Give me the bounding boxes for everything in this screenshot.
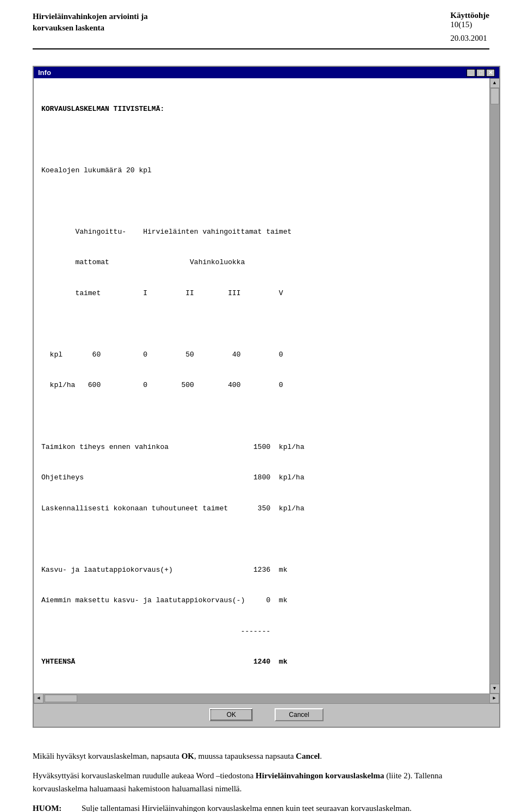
scroll-up-button[interactable]: ▲	[490, 78, 500, 88]
body-text: Mikäli hyväksyt korvauslaskelman, napsau…	[33, 749, 489, 812]
content-blank-2	[41, 196, 482, 207]
header-page-number: 10(15)	[450, 20, 489, 29]
para-hyvaksyttyasi: Hyväksyttyäsi korvauslaskelman ruudulle …	[33, 769, 489, 795]
page-header: Hirvieläinvahinkojen arviointi ja korvau…	[33, 11, 489, 49]
content-table-header3: taimet I II III V	[41, 289, 482, 299]
header-title-line1: Hirvieläinvahinkojen arviointi ja	[33, 12, 148, 21]
para1-text: Mikäli hyväksyt korvauslaskelman, napsau…	[33, 752, 322, 760]
content-tiheys: Taimikon tiheys ennen vahinkoa 1500 kpl/…	[41, 442, 482, 453]
header-date: 20.03.2001	[450, 34, 489, 43]
header-doc-title: Käyttöohje	[450, 11, 489, 20]
dialog-text: KORVAUSLASKELMAN TIIVISTELMÄ: Koealojen …	[41, 84, 482, 688]
content-blank-5	[41, 534, 482, 545]
scroll-track	[490, 88, 499, 684]
titlebar-buttons: _ □ ✕	[467, 69, 495, 77]
content-ohjetiheys: Ohjetiheys 1800 kpl/ha	[41, 473, 482, 483]
huom1-label: HUOM:	[33, 802, 71, 812]
vertical-scrollbar[interactable]: ▲ ▼	[489, 78, 499, 694]
horizontal-scrollbar[interactable]: ◄ ►	[34, 694, 499, 703]
content-line-koealojen: Koealojen lukumäärä 20 kpl	[41, 166, 482, 176]
content-row-kplha: kpl/ha 600 0 500 400 0	[41, 380, 482, 391]
dialog-title: Info	[38, 68, 51, 77]
scroll-left-button[interactable]: ◄	[34, 694, 44, 703]
scroll-down-button[interactable]: ▼	[490, 684, 500, 694]
content-aiemmin: Aiemmin maksettu kasvu- ja laatutappioko…	[41, 596, 482, 606]
para-ok-cancel: Mikäli hyväksyt korvauslaskelman, napsau…	[33, 749, 489, 763]
content-laskennallisesti: Laskennallisesti kokonaan tuhoutuneet ta…	[41, 504, 482, 514]
content-table-header2: mattomat Vahinkoluokka	[41, 258, 482, 268]
close-button[interactable]: ✕	[486, 69, 495, 77]
content-kasvu: Kasvu- ja laatutappiokorvaus(+) 1236 mk	[41, 565, 482, 576]
huom1-row: HUOM: Sulje tallentamasi Hirvieläinvahin…	[33, 802, 489, 812]
content-blank-3	[41, 319, 482, 329]
scroll-h-track	[44, 694, 489, 703]
para2-prefix: Hyväksyttyäsi korvauslaskelman ruudulle …	[33, 771, 256, 780]
content-blank-1	[41, 135, 482, 145]
content-row-kpl: kpl 60 0 50 40 0	[41, 350, 482, 360]
minimize-button[interactable]: _	[467, 69, 475, 77]
cancel-button[interactable]: Cancel	[275, 708, 323, 721]
scroll-right-button[interactable]: ►	[489, 694, 499, 703]
maximize-button[interactable]: □	[476, 69, 485, 77]
header-title-line2: korvauksen laskenta	[33, 23, 104, 32]
ok-button[interactable]: OK	[209, 708, 253, 721]
content-line-1: KORVAUSLASKELMAN TIIVISTELMÄ:	[41, 104, 482, 115]
scroll-thumb[interactable]	[490, 88, 499, 104]
content-separator: -------	[41, 627, 482, 637]
header-left: Hirvieläinvahinkojen arviointi ja korvau…	[33, 11, 148, 34]
dialog-body: KORVAUSLASKELMAN TIIVISTELMÄ: Koealojen …	[34, 78, 499, 694]
content-yhteensa: YHTEENSÄ 1240 mk	[41, 657, 482, 667]
para2-bold: Hirvieläinvahingon korvauslaskelma	[256, 771, 384, 780]
dialog-titlebar: Info _ □ ✕	[34, 67, 499, 78]
scroll-h-thumb[interactable]	[45, 695, 77, 702]
content-blank-4	[41, 411, 482, 422]
dialog-content-area: KORVAUSLASKELMAN TIIVISTELMÄ: Koealojen …	[34, 78, 489, 694]
dialog-footer: OK Cancel	[34, 703, 499, 727]
info-dialog: Info _ □ ✕ KORVAUSLASKELMAN TIIVISTELMÄ:…	[33, 66, 500, 728]
header-right: Käyttöohje 10(15) 20.03.2001	[450, 11, 489, 43]
huom1-text: Sulje tallentamasi Hirvieläinvahingon ko…	[82, 802, 489, 812]
content-table-header1: Vahingoittu- Hirvieläinten vahingoittama…	[41, 227, 482, 238]
